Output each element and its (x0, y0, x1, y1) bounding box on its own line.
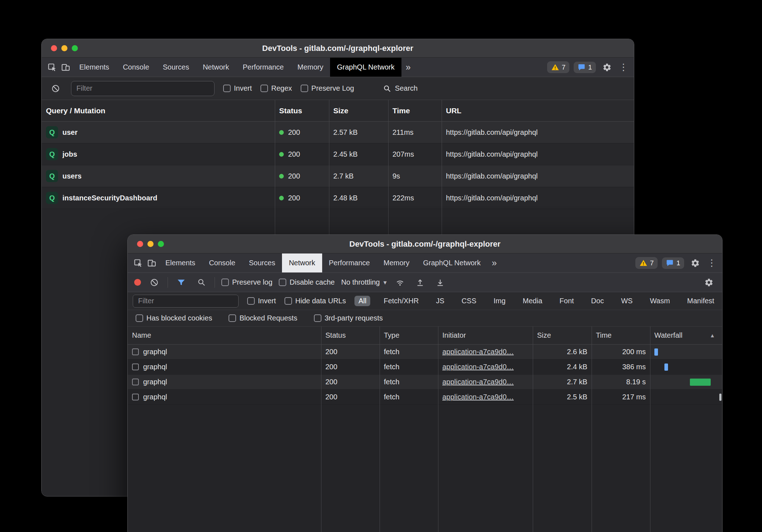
initiator-link[interactable]: application-a7ca9d0… (442, 348, 514, 356)
network-settings-gear-icon[interactable] (702, 276, 716, 289)
has-blocked-cookies-checkbox[interactable] (136, 314, 143, 322)
query-row[interactable]: Q jobs 200 2.45 kB 207ms https://gitlab.… (42, 143, 634, 165)
har-export-icon[interactable] (413, 276, 427, 289)
kebab-menu-icon[interactable]: ⋮ (618, 61, 629, 74)
column-header-name[interactable]: Name (128, 327, 321, 344)
zoom-button[interactable] (158, 241, 164, 247)
tab-memory[interactable]: Memory (291, 58, 330, 77)
request-row[interactable]: graphql 200 fetch application-a7ca9d0… 2… (128, 360, 722, 375)
column-header-size[interactable]: Size (533, 327, 592, 344)
kebab-menu-icon[interactable]: ⋮ (706, 256, 717, 270)
inspect-element-icon[interactable] (131, 256, 145, 270)
throttling-select[interactable]: No throttling ▾ (341, 278, 387, 286)
zoom-button[interactable] (72, 45, 78, 51)
hide-data-urls-label[interactable]: Hide data URLs (295, 297, 346, 305)
tab-console[interactable]: Console (116, 58, 156, 77)
type-filter-media[interactable]: Media (519, 296, 546, 306)
invert-label[interactable]: Invert (258, 297, 276, 305)
preserve-log-checkbox[interactable] (301, 85, 308, 92)
preserve-log-checkbox[interactable] (221, 279, 229, 286)
type-filter-all[interactable]: All (354, 296, 370, 306)
clear-icon[interactable] (49, 82, 62, 95)
regex-checkbox[interactable] (260, 85, 268, 92)
inspect-element-icon[interactable] (45, 61, 59, 74)
column-header-time[interactable]: Time (388, 100, 442, 121)
regex-label[interactable]: Regex (271, 84, 292, 92)
settings-gear-icon[interactable] (688, 256, 702, 270)
type-filter-ws[interactable]: WS (617, 296, 636, 306)
query-row[interactable]: Q users 200 2.7 kB 9s https://gitlab.com… (42, 165, 634, 187)
search-toggle[interactable]: Search (383, 84, 418, 93)
column-header-status[interactable]: Status (321, 327, 380, 344)
type-filter-manifest[interactable]: Manifest (683, 296, 718, 306)
tab-performance[interactable]: Performance (322, 253, 377, 272)
clear-network-log-icon[interactable] (147, 276, 161, 289)
issues-badge[interactable]: 1 (574, 62, 596, 73)
window-titlebar[interactable]: DevTools - gitlab.com/-/graphql-explorer (42, 39, 634, 58)
har-import-icon[interactable] (433, 276, 447, 289)
tab-performance[interactable]: Performance (236, 58, 291, 77)
column-header-query-mutation[interactable]: Query / Mutation (42, 100, 275, 121)
has-blocked-cookies-label[interactable]: Has blocked cookies (146, 314, 212, 322)
hide-data-urls-checkbox[interactable] (284, 297, 292, 305)
tab-sources[interactable]: Sources (242, 253, 282, 272)
invert-label[interactable]: Invert (234, 84, 252, 92)
tab-elements[interactable]: Elements (159, 253, 202, 272)
initiator-link[interactable]: application-a7ca9d0… (442, 378, 514, 386)
query-row[interactable]: Q instanceSecurityDashboard 200 2.48 kB … (42, 187, 634, 209)
disable-cache-label[interactable]: Disable cache (290, 278, 335, 286)
preserve-log-label[interactable]: Preserve Log (311, 84, 354, 92)
type-filter-css[interactable]: CSS (458, 296, 480, 306)
tab-graphql-network[interactable]: GraphQL Network (330, 58, 401, 77)
request-checkbox[interactable] (132, 394, 139, 400)
tab-overflow-chevron-icon[interactable]: » (488, 258, 501, 267)
initiator-link[interactable]: application-a7ca9d0… (442, 393, 514, 401)
type-filter-wasm[interactable]: Wasm (646, 296, 674, 306)
graphql-filter-input[interactable] (71, 81, 215, 96)
invert-checkbox[interactable] (223, 85, 231, 92)
request-row[interactable]: graphql 200 fetch application-a7ca9d0… 2… (128, 345, 722, 360)
request-row[interactable]: graphql 200 fetch application-a7ca9d0… 2… (128, 390, 722, 405)
tab-console[interactable]: Console (202, 253, 242, 272)
warnings-badge[interactable]: 7 (635, 257, 658, 269)
tab-overflow-chevron-icon[interactable]: » (401, 63, 415, 72)
request-row[interactable]: graphql 200 fetch application-a7ca9d0… 2… (128, 375, 722, 390)
initiator-link[interactable]: application-a7ca9d0… (442, 363, 514, 371)
network-conditions-icon[interactable] (393, 276, 407, 289)
third-party-requests-label[interactable]: 3rd-party requests (325, 314, 383, 322)
tab-memory[interactable]: Memory (377, 253, 416, 272)
type-filter-doc[interactable]: Doc (587, 296, 608, 306)
preserve-log-label[interactable]: Preserve log (232, 278, 272, 286)
disable-cache-checkbox[interactable] (279, 279, 286, 286)
network-search-icon[interactable] (194, 276, 208, 289)
request-checkbox[interactable] (132, 364, 139, 370)
close-button[interactable] (51, 45, 57, 51)
type-filter-js[interactable]: JS (432, 296, 448, 306)
device-toolbar-icon[interactable] (59, 61, 72, 74)
tab-network[interactable]: Network (196, 58, 236, 77)
column-header-url[interactable]: URL (442, 100, 634, 121)
tab-network[interactable]: Network (282, 253, 322, 272)
invert-checkbox[interactable] (247, 297, 255, 305)
column-header-status[interactable]: Status (275, 100, 329, 121)
close-button[interactable] (137, 241, 143, 247)
tab-graphql-network[interactable]: GraphQL Network (416, 253, 487, 272)
network-filter-input[interactable] (133, 295, 239, 308)
request-checkbox[interactable] (132, 379, 139, 385)
column-header-size[interactable]: Size (329, 100, 388, 121)
record-button[interactable] (134, 279, 141, 286)
column-header-time[interactable]: Time (592, 327, 650, 344)
column-header-type[interactable]: Type (380, 327, 438, 344)
third-party-requests-checkbox[interactable] (314, 314, 321, 322)
minimize-button[interactable] (61, 45, 67, 51)
issues-badge[interactable]: 1 (662, 257, 684, 269)
tab-sources[interactable]: Sources (156, 58, 196, 77)
blocked-requests-checkbox[interactable] (229, 314, 236, 322)
device-toolbar-icon[interactable] (145, 256, 159, 270)
request-checkbox[interactable] (132, 348, 139, 355)
column-header-initiator[interactable]: Initiator (438, 327, 533, 344)
type-filter-img[interactable]: Img (490, 296, 509, 306)
query-row[interactable]: Q user 200 2.57 kB 211ms https://gitlab.… (42, 122, 634, 143)
filter-funnel-icon[interactable] (174, 276, 188, 289)
blocked-requests-label[interactable]: Blocked Requests (239, 314, 297, 322)
